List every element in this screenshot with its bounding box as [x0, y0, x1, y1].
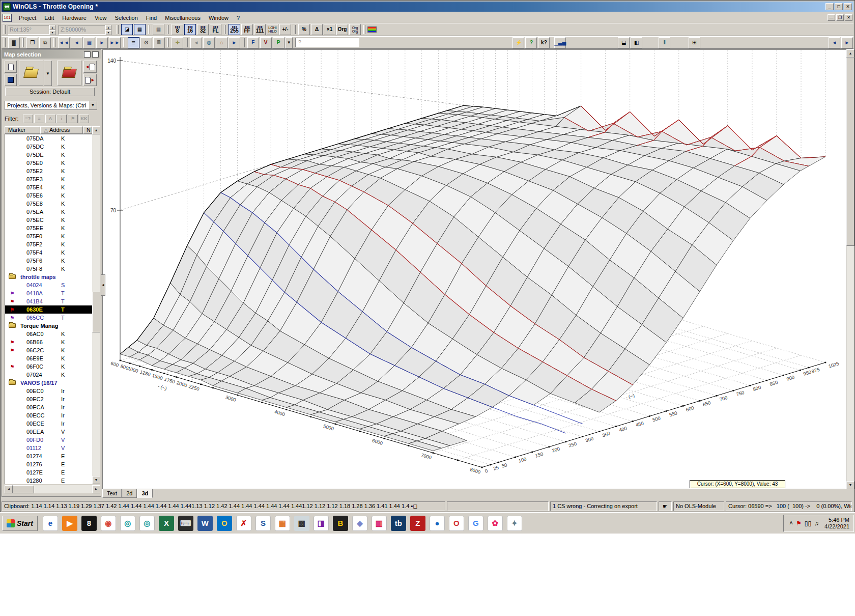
- map-row[interactable]: ⚑065CCT: [5, 314, 92, 322]
- column-marker[interactable]: Marker: [5, 126, 40, 134]
- map-row[interactable]: 00EC2Ir: [5, 395, 92, 403]
- map-row[interactable]: ⚑0418AT: [5, 289, 92, 297]
- delta-button[interactable]: Δ: [311, 24, 323, 35]
- toolbar-grip[interactable]: [186, 38, 188, 47]
- menu-selection[interactable]: Selection: [111, 13, 142, 22]
- column-address[interactable]: △ Address: [40, 126, 83, 134]
- scroll-down-icon[interactable]: ▼: [92, 476, 100, 484]
- original-button[interactable]: Org: [336, 24, 348, 35]
- menu-[interactable]: ?: [233, 13, 244, 22]
- filter-v-icon[interactable]: V: [260, 37, 272, 48]
- save-button[interactable]: [5, 74, 17, 86]
- map-row[interactable]: ⚑0630ET: [5, 305, 92, 314]
- new-window-icon[interactable]: ❐: [26, 37, 38, 48]
- title-bar[interactable]: WinOLS - Throttle Opening * _ □ ✕: [2, 2, 853, 12]
- toolbar-grip[interactable]: [4, 25, 6, 34]
- map-row[interactable]: 01274E: [5, 452, 92, 460]
- toolbar-grip[interactable]: [167, 25, 169, 34]
- rotation-down[interactable]: ▼: [49, 30, 55, 35]
- sevenzip-icon[interactable]: Z: [410, 516, 425, 531]
- sign-toggle-button[interactable]: +/-: [279, 24, 291, 35]
- map-row[interactable]: 06AC0K: [5, 330, 92, 338]
- map-row[interactable]: ⚑06F0CK: [5, 362, 92, 371]
- tray-flag-icon[interactable]: ⚑: [796, 520, 802, 527]
- teal-app2-icon[interactable]: ◎: [139, 516, 155, 531]
- last-map-icon[interactable]: ►►: [109, 37, 121, 48]
- factor-x1-button[interactable]: ×1: [324, 24, 335, 35]
- recent-projects-button[interactable]: [57, 61, 81, 86]
- map-row[interactable]: 075E4K: [5, 183, 92, 191]
- eprom-icon[interactable]: B: [333, 516, 348, 531]
- bitwidth-16[interactable]: ▮▮▮16: [184, 24, 196, 35]
- map-row[interactable]: 075F4K: [5, 248, 92, 257]
- opera-icon[interactable]: O: [449, 516, 464, 531]
- map-row[interactable]: 01112V: [5, 444, 92, 452]
- map-row[interactable]: 00ECCIr: [5, 411, 92, 419]
- keyboard-icon[interactable]: ⌨: [178, 516, 193, 531]
- context-help-icon[interactable]: k?: [538, 37, 550, 48]
- zoom-field[interactable]: Z:50000%: [59, 25, 105, 35]
- pause-icon[interactable]: ‖: [659, 37, 670, 48]
- rotation-field[interactable]: Rot:135°: [8, 25, 49, 35]
- tab-3d[interactable]: 3d: [137, 489, 153, 498]
- calculator-icon[interactable]: ▩: [294, 516, 309, 531]
- map-row[interactable]: 01276E: [5, 460, 92, 468]
- tb-icon[interactable]: tb: [391, 516, 406, 531]
- session-button[interactable]: Session: Default: [5, 88, 95, 96]
- s-curve-icon[interactable]: S: [255, 516, 271, 531]
- menu-hardware[interactable]: Hardware: [58, 13, 91, 22]
- panel-collapse-handle[interactable]: ◄: [101, 274, 105, 296]
- document-icon[interactable]: 101: [3, 14, 12, 22]
- map-row[interactable]: 075F6K: [5, 257, 92, 265]
- split-horizontal-icon[interactable]: ⬓: [618, 37, 630, 48]
- scroll-up-icon[interactable]: ▲: [846, 49, 854, 58]
- toolbar-grip[interactable]: [243, 38, 245, 47]
- bitwidth-32[interactable]: ▮▮▮32: [197, 24, 209, 35]
- tray-volume-icon[interactable]: ♫: [814, 520, 819, 527]
- chart-scroll-thumb[interactable]: [846, 58, 854, 246]
- rotation-up[interactable]: ▲: [49, 25, 55, 30]
- split-grid-icon[interactable]: ⊞: [689, 37, 700, 48]
- menu-miscellaneous[interactable]: Miscellaneous: [161, 13, 205, 22]
- import-file-button[interactable]: ◄: [83, 61, 97, 73]
- list-vertical-scrollbar[interactable]: ▲ ▼: [92, 126, 100, 484]
- map-list-icon[interactable]: ≣: [128, 37, 139, 48]
- filter-button-0[interactable]: =?: [23, 115, 33, 123]
- x-app-icon[interactable]: ✗: [236, 516, 251, 531]
- bitwidth-8[interactable]: ▮▮▮8: [172, 24, 183, 35]
- map-row[interactable]: ⚑06C2CK: [5, 346, 92, 354]
- column-name[interactable]: N: [83, 126, 92, 134]
- menu-view[interactable]: View: [91, 13, 111, 22]
- percent-button[interactable]: %: [298, 24, 310, 35]
- map-folder-row[interactable]: VANOS (16/17: [5, 379, 92, 387]
- camera8-icon[interactable]: 8: [81, 516, 97, 531]
- menu-project[interactable]: Project: [15, 13, 40, 22]
- ie-icon[interactable]: e: [43, 516, 58, 531]
- export-file-button[interactable]: ►: [83, 74, 97, 86]
- tray-expand-icon[interactable]: ˄: [789, 520, 793, 527]
- filter-button-4[interactable]: ⚑: [68, 115, 78, 123]
- map-row[interactable]: 075DCK: [5, 143, 92, 151]
- list-hscroll-thumb[interactable]: [13, 485, 34, 493]
- help-icon[interactable]: ?: [525, 37, 537, 48]
- globe-icon[interactable]: ◍: [203, 37, 215, 48]
- toolbar-grip[interactable]: [117, 25, 119, 34]
- map-row[interactable]: 075F2K: [5, 240, 92, 248]
- map-row[interactable]: 075E0K: [5, 159, 92, 167]
- map-row[interactable]: 075E6K: [5, 191, 92, 200]
- map-3d-view[interactable]: 1407060080010001250150017502000225030004…: [102, 49, 846, 489]
- map-row[interactable]: 00FD0V: [5, 436, 92, 444]
- wrench-icon[interactable]: ✦: [507, 516, 522, 531]
- display-mode-255[interactable]: ▮▮▮255: [229, 24, 240, 35]
- panel-restore-icon[interactable]: [84, 51, 91, 58]
- maximize-button[interactable]: □: [835, 3, 843, 10]
- tab-text[interactable]: Text: [102, 489, 122, 498]
- toolbar-grip[interactable]: [123, 38, 125, 47]
- chart-icon[interactable]: ▁▃▅: [554, 37, 566, 48]
- toolbar-grip[interactable]: [4, 38, 6, 47]
- toolbar-grip[interactable]: [363, 25, 365, 34]
- panel-close-icon[interactable]: [92, 51, 99, 58]
- map-row[interactable]: 075DEK: [5, 151, 92, 159]
- map-row[interactable]: 075E2K: [5, 167, 92, 175]
- taskbar-clock[interactable]: 5:46 PM 4/22/2021: [824, 517, 849, 530]
